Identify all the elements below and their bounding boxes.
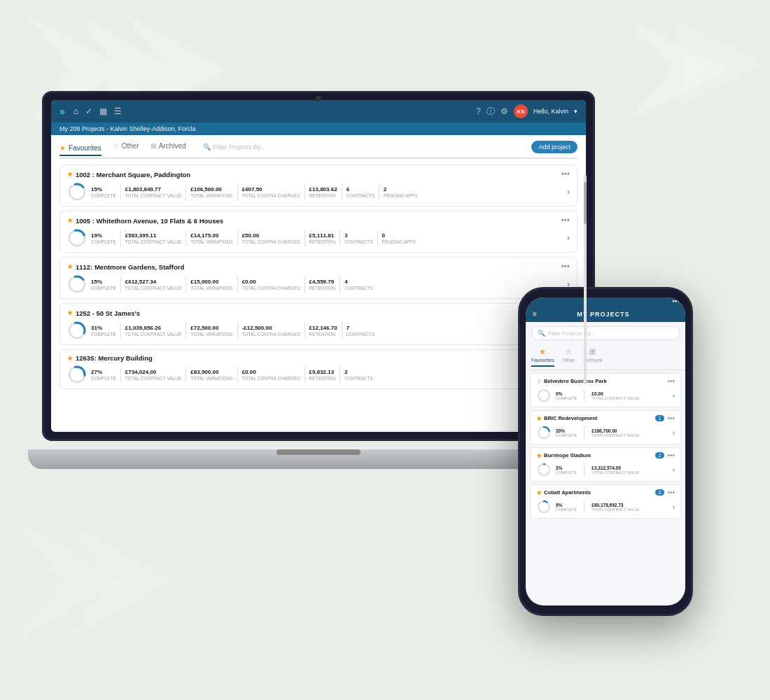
tab-other[interactable]: ☆ Other xyxy=(113,142,139,153)
svg-point-23 xyxy=(538,501,550,512)
burnhope-badge: 2 xyxy=(655,452,665,458)
home-icon[interactable]: ⌂ xyxy=(74,106,78,116)
laptop-camera xyxy=(316,96,321,102)
scene: » ⌂ ✓ ▦ ☰ ? ⓘ ⚙ KS Hello, Kalvin ▾ xyxy=(0,0,770,700)
help-icon[interactable]: ? xyxy=(476,106,481,116)
phone-project-header-belvedere: ☆ Belvedere Business Park ••• xyxy=(536,377,675,385)
tab-favourites[interactable]: ★ Favourites xyxy=(59,144,102,156)
phone-stat-belvedere-val: £0.00 TOTAL CONTRACT VALUE xyxy=(592,391,639,400)
phone-chevron-burnhope[interactable]: › xyxy=(673,466,675,474)
divider xyxy=(237,183,238,200)
project-star-1005: ★ xyxy=(67,217,73,224)
project-stats-1002: 15% COMPLETE £1,803,849.77 TOTAL CONTRAC… xyxy=(67,182,570,202)
divider xyxy=(304,183,305,200)
phone-project-actions-burnhope: 2 ••• xyxy=(655,451,675,459)
project-title-1002: ★ 1002 : Merchant Square, Paddington xyxy=(67,171,190,178)
phone-project-cobalt: ★ Cobalt Apartments 2 ••• xyxy=(530,484,681,519)
stat-variations-1002: £106,500.00 TOTAL VARIATIONS xyxy=(190,186,232,198)
cobalt-badge: 2 xyxy=(655,489,665,496)
belvedere-menu[interactable]: ••• xyxy=(667,377,675,385)
burnhope-menu[interactable]: ••• xyxy=(667,451,675,459)
phone-tabs: ★ Favourites ☆ Other ⊞ Archived xyxy=(526,344,685,370)
phone-menu-icon[interactable]: ≡ xyxy=(533,310,537,318)
stat-contract-1252: £1,039,856.26 TOTAL CONTRACT VALUE xyxy=(125,325,182,337)
phone-project-title-cobalt: ★ Cobalt Apartments xyxy=(536,489,591,496)
breadcrumb-text: My 208 Projects - Kalvin Shelley-Addison… xyxy=(59,125,196,132)
project-star-1002: ★ xyxy=(67,171,73,178)
phone-screen: ●●● ≡ MY PROJECTS 🔍 Filter Projects By..… xyxy=(526,298,685,606)
stat-variations-1005: £14,175.00 TOTAL VARIATIONS xyxy=(190,232,232,244)
phone-project-actions-bric: 1 ••• xyxy=(655,414,675,422)
phone-circle-belvedere xyxy=(536,388,552,403)
project-star-1252: ★ xyxy=(67,309,73,316)
phone-projects-list: ☆ Belvedere Business Park ••• xyxy=(526,370,685,522)
phone-fav-label: Favourites xyxy=(531,358,554,363)
laptop-notch xyxy=(276,449,360,455)
settings-icon[interactable]: ⚙ xyxy=(500,106,508,116)
phone-chevron-bric[interactable]: › xyxy=(673,429,675,437)
project-star-12635: ★ xyxy=(67,355,73,362)
phone-header: ≡ MY PROJECTS xyxy=(526,304,685,322)
app-logo: » xyxy=(59,106,65,117)
phone-project-title-belvedere: ☆ Belvedere Business Park xyxy=(536,378,607,385)
project-card-12635: ★ 12635: Mercury Building 27 xyxy=(59,349,578,389)
phone-project-title-burnhope: ★ Burnhope Stadium xyxy=(536,452,591,459)
filter-placeholder: Filter Projects By... xyxy=(214,144,266,150)
phone-stat-burnhope-pct: 2% COMPLETE xyxy=(556,465,577,475)
phone-chevron-cobalt[interactable]: › xyxy=(673,503,675,511)
stat-contract-1112: £612,527.34 TOTAL CONTRACT VALUE xyxy=(125,279,182,290)
stat-contract-1005: £583,395.11 TOTAL CONTRACT VALUE xyxy=(125,232,182,244)
phone-project-header-cobalt: ★ Cobalt Apartments 2 ••• xyxy=(536,489,675,496)
stat-complete-12635: 27% COMPLETE xyxy=(91,369,116,381)
stat-contracts-1002: 6 CONTRACTS xyxy=(346,186,374,198)
phone-stat-cobalt-val: £80,178,692.73 TOTAL CONTRACT VALUE xyxy=(592,503,639,512)
svg-point-17 xyxy=(538,390,550,401)
project-menu-1002[interactable]: ••• xyxy=(561,169,570,179)
chart-icon[interactable]: ▦ xyxy=(99,106,107,116)
laptop-screen: » ⌂ ✓ ▦ ☰ ? ⓘ ⚙ KS Hello, Kalvin ▾ xyxy=(42,91,595,441)
project-title-1005: ★ 1005 : Whitethorn Avenue, 10 Flats & 6… xyxy=(67,217,223,225)
chevron-right-1002[interactable]: › xyxy=(567,187,570,197)
phone-project-header-bric: ★ BRIC Redevelopment 1 ••• xyxy=(536,414,675,422)
stat-retention-1002: £13,803.62 RETENTION xyxy=(309,186,337,198)
phone-chevron-belvedere[interactable]: › xyxy=(673,392,675,400)
stat-retention-1252: £12,146.70 RETENTION xyxy=(309,325,337,337)
phone-search-placeholder: Filter Projects By... xyxy=(548,330,595,337)
phone-stat-burnhope-val: £3,312,574.09 TOTAL CONTRACT VALUE xyxy=(592,465,639,475)
bric-badge: 1 xyxy=(655,415,665,421)
phone-tab-favourites[interactable]: ★ Favourites xyxy=(531,347,554,367)
phone-stat-bric-pct: 20% COMPLETE xyxy=(556,428,577,438)
favourites-star-icon: ★ xyxy=(59,144,66,152)
project-stats-1252: 31% COMPLETE £1,039,856.26 TOTAL CONTRAC… xyxy=(67,321,570,340)
add-project-button[interactable]: Add project xyxy=(531,141,578,153)
project-stats-12635: 27% COMPLETE £734,024.00 TOTAL CONTRACT … xyxy=(67,365,570,384)
tab-archived[interactable]: ⊞ Archived xyxy=(150,142,186,153)
phone-tab-other[interactable]: ☆ Other xyxy=(563,347,575,367)
laptop-screen-inner: » ⌂ ✓ ▦ ☰ ? ⓘ ⚙ KS Hello, Kalvin ▾ xyxy=(51,100,586,432)
stat-retention-1005: £5,111.81 RETENTION xyxy=(309,232,336,244)
dropdown-icon[interactable]: ▾ xyxy=(574,108,578,115)
bric-star: ★ xyxy=(536,415,542,422)
stat-contra-1005: £50.00 TOTAL CONTRA CHARGES xyxy=(242,232,300,244)
document-icon[interactable]: ☰ xyxy=(114,106,122,116)
cobalt-menu[interactable]: ••• xyxy=(667,489,675,496)
stat-contracts-12635: 2 CONTRACTS xyxy=(344,369,372,381)
stat-contra-1252: -£12,500.00 TOTAL CONTRA CHARGES xyxy=(242,325,300,337)
nav-right: ? ⓘ ⚙ KS Hello, Kalvin ▾ xyxy=(476,104,578,118)
phone-search-icon: 🔍 xyxy=(538,330,545,337)
chevron-right-1005[interactable]: › xyxy=(567,233,570,243)
bric-menu[interactable]: ••• xyxy=(667,414,675,422)
breadcrumb: My 208 Projects - Kalvin Shelley-Addison… xyxy=(51,122,586,135)
project-menu-1112[interactable]: ••• xyxy=(561,262,570,272)
phone-project-title-bric: ★ BRIC Redevelopment xyxy=(536,415,597,422)
check-icon[interactable]: ✓ xyxy=(85,106,92,116)
laptop: » ⌂ ✓ ▦ ☰ ? ⓘ ⚙ KS Hello, Kalvin ▾ xyxy=(42,91,595,469)
project-menu-1005[interactable]: ••• xyxy=(561,216,570,225)
divider xyxy=(120,183,121,200)
phone-other-icon: ☆ xyxy=(565,347,572,356)
phone-stat-bric-val: £166,700.00 TOTAL CONTRACT VALUE xyxy=(592,428,639,438)
progress-circle-12635 xyxy=(67,365,87,384)
phone-search[interactable]: 🔍 Filter Projects By... xyxy=(531,326,680,340)
info-icon[interactable]: ⓘ xyxy=(486,106,495,118)
filter-input[interactable]: 🔍 Filter Projects By... xyxy=(203,144,266,150)
